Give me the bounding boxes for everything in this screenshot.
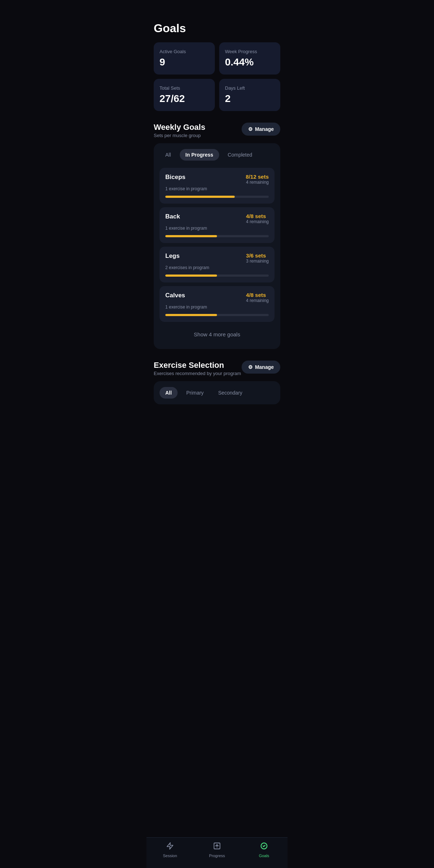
stat-card-week-progress: Week Progress 0.44% bbox=[219, 42, 280, 75]
goal-exercises-biceps: 1 exercise in program bbox=[165, 186, 269, 191]
stat-label-week-progress: Week Progress bbox=[225, 49, 275, 54]
goal-exercises-legs: 2 exercises in program bbox=[165, 265, 269, 270]
show-more-goals[interactable]: Show 4 more goals bbox=[159, 326, 275, 343]
weekly-goals-manage-button[interactable]: ⚙ Manage bbox=[242, 123, 280, 136]
goal-remaining-biceps: 4 remaining bbox=[246, 180, 269, 185]
progress-bar-fill-back bbox=[165, 235, 217, 237]
exercise-selection-title: Exercise Selection bbox=[154, 361, 241, 370]
goals-container: All In Progress Completed Biceps 8/12 se… bbox=[154, 143, 280, 349]
exercise-selection-manage-button[interactable]: ⚙ Manage bbox=[242, 361, 280, 374]
stat-label-active-goals: Active Goals bbox=[159, 49, 209, 54]
exercise-selection-subtitle: Exercises recommended by your program bbox=[154, 371, 241, 376]
goals-tab-bar: All In Progress Completed bbox=[159, 149, 275, 161]
weekly-goals-manage-label: Manage bbox=[255, 126, 274, 132]
tab-all[interactable]: All bbox=[159, 149, 177, 161]
goal-name-legs: Legs bbox=[165, 252, 180, 260]
progress-bar-fill-calves bbox=[165, 314, 217, 316]
progress-bar-bg-calves bbox=[165, 314, 269, 316]
stats-grid: Active Goals 9 Week Progress 0.44% Total… bbox=[154, 42, 280, 111]
weekly-goals-title: Weekly Goals bbox=[154, 123, 205, 132]
weekly-goals-header: Weekly Goals Sets per muscle group ⚙ Man… bbox=[154, 123, 280, 138]
stat-value-total-sets: 27/62 bbox=[159, 93, 209, 105]
goal-card-legs: Legs 3/6 sets 3 remaining 2 exercises in… bbox=[159, 247, 275, 282]
exercise-container: All Primary Secondary bbox=[154, 381, 280, 404]
goal-card-back-header: Back 4/8 sets 4 remaining bbox=[165, 213, 269, 224]
stat-card-days-left: Days Left 2 bbox=[219, 79, 280, 111]
exercise-tab-primary[interactable]: Primary bbox=[180, 387, 209, 399]
goal-name-calves: Calves bbox=[165, 292, 185, 299]
goal-name-back: Back bbox=[165, 213, 180, 220]
progress-bar-fill-biceps bbox=[165, 196, 235, 198]
goal-sets-back: 4/8 sets bbox=[246, 213, 269, 219]
stat-label-days-left: Days Left bbox=[225, 85, 275, 91]
goal-card-biceps-header: Biceps 8/12 sets 4 remaining bbox=[165, 174, 269, 185]
page-title: Goals bbox=[154, 22, 280, 35]
goal-exercises-back: 1 exercise in program bbox=[165, 226, 269, 231]
progress-bar-bg-back bbox=[165, 235, 269, 237]
goal-exercises-calves: 1 exercise in program bbox=[165, 305, 269, 310]
tab-completed[interactable]: Completed bbox=[222, 149, 258, 161]
progress-bar-bg-legs bbox=[165, 275, 269, 277]
stat-value-active-goals: 9 bbox=[159, 56, 209, 68]
goal-sets-biceps: 8/12 sets bbox=[246, 174, 269, 180]
goal-name-biceps: Biceps bbox=[165, 174, 186, 181]
goal-card-back: Back 4/8 sets 4 remaining 1 exercise in … bbox=[159, 207, 275, 243]
progress-bar-fill-legs bbox=[165, 275, 217, 277]
stat-card-total-sets: Total Sets 27/62 bbox=[154, 79, 215, 111]
goal-remaining-legs: 3 remaining bbox=[246, 259, 269, 264]
goal-card-calves: Calves 4/8 sets 4 remaining 1 exercise i… bbox=[159, 286, 275, 322]
stat-card-active-goals: Active Goals 9 bbox=[154, 42, 215, 75]
weekly-goals-subtitle: Sets per muscle group bbox=[154, 133, 205, 138]
tab-in-progress[interactable]: In Progress bbox=[180, 149, 219, 161]
exercise-selection-title-group: Exercise Selection Exercises recommended… bbox=[154, 361, 241, 376]
exercise-tab-secondary[interactable]: Secondary bbox=[212, 387, 248, 399]
manage-icon: ⚙ bbox=[248, 126, 253, 132]
exercise-tab-all[interactable]: All bbox=[159, 387, 178, 399]
exercise-tab-bar: All Primary Secondary bbox=[159, 387, 275, 399]
exercise-selection-header: Exercise Selection Exercises recommended… bbox=[154, 361, 280, 376]
goal-remaining-calves: 4 remaining bbox=[246, 298, 269, 303]
exercise-selection-manage-label: Manage bbox=[255, 364, 274, 370]
goal-card-calves-header: Calves 4/8 sets 4 remaining bbox=[165, 292, 269, 303]
goal-card-legs-header: Legs 3/6 sets 3 remaining bbox=[165, 252, 269, 264]
exercise-manage-icon: ⚙ bbox=[248, 364, 253, 370]
goal-sets-legs: 3/6 sets bbox=[246, 252, 269, 259]
goal-sets-calves: 4/8 sets bbox=[246, 292, 269, 298]
stat-value-days-left: 2 bbox=[225, 93, 275, 105]
goal-remaining-back: 4 remaining bbox=[246, 219, 269, 224]
stat-value-week-progress: 0.44% bbox=[225, 56, 275, 68]
progress-bar-bg-biceps bbox=[165, 196, 269, 198]
stat-label-total-sets: Total Sets bbox=[159, 85, 209, 91]
goal-card-biceps: Biceps 8/12 sets 4 remaining 1 exercise … bbox=[159, 168, 275, 204]
weekly-goals-title-group: Weekly Goals Sets per muscle group bbox=[154, 123, 205, 138]
